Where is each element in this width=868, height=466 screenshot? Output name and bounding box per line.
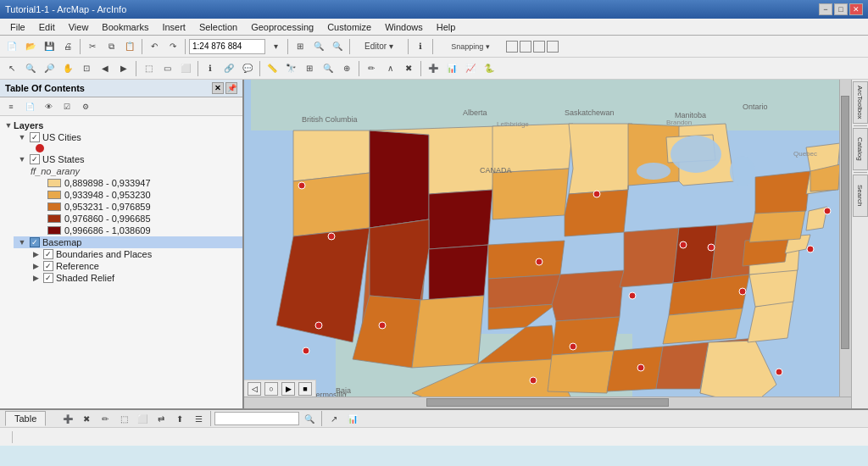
minimize-button[interactable]: − [819, 3, 832, 15]
select-features[interactable]: ⬚ [140, 60, 157, 77]
pan-tool[interactable]: ✋ [59, 60, 76, 77]
hyperlink-tool[interactable]: 🔗 [220, 60, 237, 77]
menu-bookmarks[interactable]: Bookmarks [95, 20, 155, 34]
table-options[interactable]: ☰ [190, 410, 207, 427]
layer-basemap[interactable]: ▼ Basemap [14, 236, 242, 248]
map-area[interactable]: M E X I C O CANADA Ontario Bahamas Briti… [244, 80, 851, 408]
identify-tool[interactable]: ℹ [202, 60, 219, 77]
zoom-map-in[interactable]: 🔍 [22, 60, 39, 77]
clear-selection[interactable]: ⬜ [177, 60, 194, 77]
identify-button[interactable]: ℹ [412, 38, 429, 55]
zoom-extent-button[interactable]: ⊞ [292, 38, 309, 55]
arctoolbox-button[interactable]: ArcToolbox [853, 81, 868, 124]
search-button[interactable]: Search [853, 175, 868, 217]
add-data-3[interactable]: 📈 [462, 60, 479, 77]
new-button[interactable]: 📄 [3, 38, 20, 55]
us-states-expand-icon[interactable]: ▼ [17, 154, 27, 164]
editor-dropdown[interactable]: Editor ▾ [353, 38, 404, 55]
table-delete-row[interactable]: ✖ [78, 410, 95, 427]
save-button[interactable]: 💾 [41, 38, 58, 55]
edit-tool-2[interactable]: ✏ [363, 60, 380, 77]
us-cities-checkbox[interactable] [30, 132, 40, 142]
snap-sq3[interactable] [533, 41, 545, 53]
table-search-box[interactable] [214, 412, 299, 425]
find-tool[interactable]: 🔍 [320, 60, 337, 77]
us-map[interactable]: M E X I C O CANADA Ontario Bahamas Briti… [244, 80, 851, 408]
map-nav-globe[interactable]: ○ [264, 382, 278, 396]
menu-selection[interactable]: Selection [192, 20, 244, 34]
magnifier-tool[interactable]: 🔭 [282, 60, 299, 77]
zoom-out-button[interactable]: 🔍 [329, 38, 346, 55]
menu-customize[interactable]: Customize [320, 20, 378, 34]
table-tab[interactable]: Table [5, 411, 46, 426]
add-data[interactable]: ➕ [425, 60, 442, 77]
map-nav-prev[interactable]: ◁ [248, 382, 261, 396]
overview-tool[interactable]: ⊞ [301, 60, 318, 77]
menu-view[interactable]: View [62, 20, 96, 34]
layer-boundaries[interactable]: ▶ Boundaries and Places [27, 248, 242, 260]
table-statistics[interactable]: 📊 [344, 410, 361, 427]
delete-sketch[interactable]: ✖ [400, 60, 417, 77]
map-nav-play[interactable]: ▶ [281, 382, 295, 396]
layer-us-cities[interactable]: ▼ US Cities [14, 131, 242, 143]
table-move-to-top[interactable]: ⬆ [171, 410, 188, 427]
map-horizontal-scrollbar[interactable] [244, 397, 851, 408]
toc-list-by-source[interactable]: 📄 [21, 98, 38, 115]
layer-reference[interactable]: ▶ Reference [27, 260, 242, 272]
table-goto-field[interactable]: ↗ [326, 410, 342, 427]
arrow-tool[interactable]: ↖ [3, 60, 20, 77]
boundaries-expand-icon[interactable]: ▶ [31, 249, 41, 259]
reference-expand-icon[interactable]: ▶ [31, 261, 41, 271]
menu-windows[interactable]: Windows [378, 20, 430, 34]
layer-us-states[interactable]: ▼ US States [14, 153, 242, 165]
measure-tool[interactable]: 📏 [264, 60, 281, 77]
print-button[interactable]: 🖨 [59, 38, 76, 55]
add-data-2[interactable]: 📊 [443, 60, 460, 77]
basemap-checkbox[interactable] [30, 237, 40, 247]
snap-sq1[interactable] [506, 41, 518, 53]
menu-file[interactable]: File [3, 20, 32, 34]
layer-shaded-relief[interactable]: ▶ Shaded Relief [27, 272, 242, 284]
us-cities-expand-icon[interactable]: ▼ [17, 132, 27, 142]
shaded-relief-checkbox[interactable] [43, 273, 53, 283]
snapping-button[interactable]: Snapping ▾ [437, 38, 504, 55]
scale-dropdown[interactable]: ▾ [267, 38, 284, 55]
select-by-rect[interactable]: ▭ [159, 60, 175, 77]
toc-list-by-selection[interactable]: ☑ [58, 98, 75, 115]
toc-list-by-visibility[interactable]: 👁 [40, 98, 57, 115]
snap-sq2[interactable] [520, 41, 531, 53]
scale-input[interactable]: 1:24 876 884 [189, 39, 265, 54]
snap-sq4[interactable] [547, 41, 559, 53]
paste-button[interactable]: 📋 [121, 38, 138, 55]
table-find[interactable]: 🔍 [301, 410, 318, 427]
map-nav-stop[interactable]: ■ [298, 382, 312, 396]
layers-expand-icon[interactable]: ▼ [3, 120, 14, 130]
menu-help[interactable]: Help [430, 20, 463, 34]
shaded-relief-expand-icon[interactable]: ▶ [31, 273, 41, 283]
table-switch-selection[interactable]: ⇄ [153, 410, 170, 427]
reference-checkbox[interactable] [43, 261, 53, 271]
copy-button[interactable]: ⧉ [103, 38, 120, 55]
boundaries-checkbox[interactable] [43, 249, 53, 259]
table-edit-selected[interactable]: ✏ [97, 410, 114, 427]
undo-button[interactable]: ↶ [146, 38, 163, 55]
cut-button[interactable]: ✂ [84, 38, 101, 55]
html-popup[interactable]: 💬 [239, 60, 256, 77]
table-clear-selection[interactable]: ⬜ [134, 410, 151, 427]
toc-pin-button[interactable]: 📌 [225, 82, 237, 94]
us-states-checkbox[interactable] [30, 154, 40, 164]
menu-insert[interactable]: Insert [155, 20, 192, 34]
catalog-button[interactable]: Catalog [853, 128, 868, 170]
open-button[interactable]: 📂 [22, 38, 39, 55]
back-extent[interactable]: ◀ [97, 60, 114, 77]
goto-xy[interactable]: ⊕ [338, 60, 355, 77]
basemap-expand-icon[interactable]: ▼ [17, 237, 27, 247]
toc-list-by-drawing-order[interactable]: ≡ [3, 98, 19, 115]
map-vertical-scrollbar[interactable] [839, 80, 851, 397]
fwd-extent[interactable]: ▶ [115, 60, 132, 77]
menu-edit[interactable]: Edit [32, 20, 62, 34]
zoom-in-button[interactable]: 🔍 [310, 38, 327, 55]
sketch-tool[interactable]: ∧ [381, 60, 398, 77]
toc-close-button[interactable]: ✕ [212, 82, 224, 94]
map-hscroll-thumb[interactable] [426, 398, 669, 407]
